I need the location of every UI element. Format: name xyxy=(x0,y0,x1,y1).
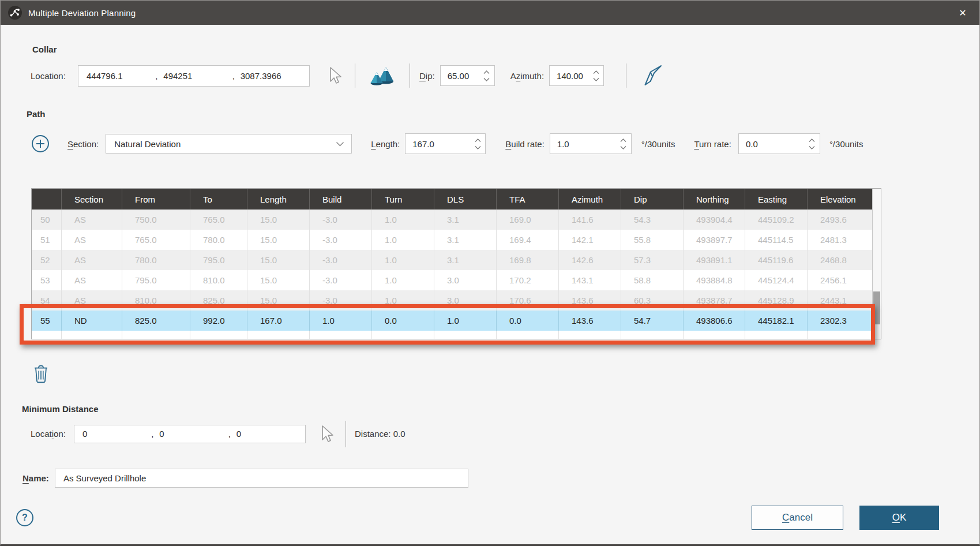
spinner-down-icon[interactable] xyxy=(593,77,599,81)
table-cell[interactable]: 169.4 xyxy=(497,230,559,250)
spinner-down-icon[interactable] xyxy=(809,145,815,149)
table-cell[interactable]: 2302.3 xyxy=(808,311,872,331)
table-cell[interactable]: 780.0 xyxy=(190,230,247,250)
table-cell[interactable]: 0.0 xyxy=(372,311,434,331)
table-cell[interactable]: 57.3 xyxy=(621,250,684,270)
table-cell[interactable]: 765.0 xyxy=(122,230,190,250)
table-cell[interactable]: 58.8 xyxy=(621,270,684,290)
table-cell[interactable]: 3.0 xyxy=(434,270,497,290)
table-cell[interactable]: 795.0 xyxy=(122,270,190,290)
table-cell[interactable] xyxy=(32,331,62,339)
table-cell[interactable]: 493897.7 xyxy=(684,230,745,250)
table-cell[interactable]: 493884.8 xyxy=(684,270,745,290)
table-cell[interactable]: 493891.1 xyxy=(684,250,745,270)
table-cell[interactable]: 445114.5 xyxy=(745,230,808,250)
table-cell[interactable]: 810.0 xyxy=(190,270,247,290)
table-cell[interactable]: 141.6 xyxy=(559,210,621,230)
row-index-cell[interactable]: 55 xyxy=(32,311,62,331)
table-cell[interactable]: -3.0 xyxy=(310,270,372,290)
length-spinner[interactable]: 167.0 xyxy=(405,133,486,154)
table-cell[interactable]: 2493.6 xyxy=(808,210,872,230)
table-cell[interactable]: 750.0 xyxy=(122,210,190,230)
delete-section-button[interactable] xyxy=(32,363,50,384)
table-cell[interactable] xyxy=(247,331,310,339)
table-cell[interactable]: -3.0 xyxy=(310,250,372,270)
table-cell[interactable]: 15.0 xyxy=(247,270,310,290)
table-cell[interactable] xyxy=(190,331,247,339)
table-cell[interactable]: 493878.7 xyxy=(684,290,745,311)
table-cell[interactable]: 493806.6 xyxy=(684,311,745,331)
table-cell[interactable]: 2468.8 xyxy=(808,250,872,270)
add-section-button[interactable] xyxy=(31,134,50,153)
table-cell[interactable]: 445124.4 xyxy=(745,270,808,290)
table-cell[interactable]: 15.0 xyxy=(247,250,310,270)
scrollbar-thumb[interactable] xyxy=(873,291,880,324)
table-cell[interactable]: 143.6 xyxy=(559,311,621,331)
spinner-down-icon[interactable] xyxy=(620,145,626,149)
table-cell[interactable]: -3.0 xyxy=(310,290,372,311)
table-cell[interactable]: AS xyxy=(62,250,122,270)
table-cell[interactable] xyxy=(310,331,372,339)
table-cell[interactable]: 55.8 xyxy=(621,230,684,250)
spinner-up-icon[interactable] xyxy=(483,70,490,74)
table-cell[interactable]: 445182.1 xyxy=(745,311,808,331)
table-cell[interactable]: 54.7 xyxy=(621,311,684,331)
table-row[interactable]: 51AS765.0780.015.0-3.01.03.1169.4142.155… xyxy=(32,230,872,250)
table-cell[interactable]: 780.0 xyxy=(122,250,190,270)
table-cell[interactable]: ND xyxy=(62,311,122,331)
section-dropdown[interactable]: Natural Deviation xyxy=(106,134,352,154)
table-cell[interactable]: 1.0 xyxy=(372,290,434,311)
table-cell[interactable]: 0.0 xyxy=(497,311,559,331)
spinner-up-icon[interactable] xyxy=(809,139,815,143)
table-cell[interactable]: 142.1 xyxy=(559,230,621,250)
cancel-button[interactable]: Cancel xyxy=(752,506,843,530)
table-cell[interactable]: 3.0 xyxy=(434,290,497,311)
azimuth-spinner[interactable]: 140.00 xyxy=(549,65,604,86)
table-cell[interactable]: -3.0 xyxy=(310,230,372,250)
table-cell[interactable]: 170.6 xyxy=(497,290,559,311)
spinner-up-icon[interactable] xyxy=(475,139,481,143)
table-cell[interactable] xyxy=(434,331,497,339)
spinner-down-icon[interactable] xyxy=(483,77,490,81)
table-cell[interactable] xyxy=(684,331,745,339)
spinner-up-icon[interactable] xyxy=(620,139,626,143)
row-index-cell[interactable]: 51 xyxy=(32,230,62,250)
table-cell[interactable]: AS xyxy=(62,290,122,311)
table-cell[interactable]: AS xyxy=(62,210,122,230)
table-cell[interactable] xyxy=(559,331,621,339)
spinner-up-icon[interactable] xyxy=(593,70,599,74)
table-cell[interactable] xyxy=(372,331,434,339)
build-rate-spinner[interactable]: 1.0 xyxy=(550,133,632,154)
close-button[interactable]: ✕ xyxy=(946,1,979,25)
table-cell[interactable]: 143.1 xyxy=(559,270,621,290)
table-cell[interactable]: 167.0 xyxy=(247,311,310,331)
name-input[interactable]: As Surveyed Drillhole xyxy=(55,469,468,488)
table-row[interactable]: 54AS810.0825.015.0-3.01.03.0170.6143.660… xyxy=(32,290,872,311)
table-row[interactable]: 53AS795.0810.015.0-3.01.03.0170.2143.158… xyxy=(32,270,872,290)
min-distance-location-input[interactable]: 0 , 0 , 0 xyxy=(74,425,306,443)
table-cell[interactable] xyxy=(621,331,684,339)
table-cell[interactable]: 1.0 xyxy=(310,311,372,331)
table-cell[interactable]: 143.6 xyxy=(559,290,621,311)
table-cell[interactable]: 445119.6 xyxy=(745,250,808,270)
table-cell[interactable]: 810.0 xyxy=(122,290,190,311)
table-cell[interactable]: 3.1 xyxy=(434,250,497,270)
table-cell[interactable]: 445128.9 xyxy=(745,290,808,311)
table-cell[interactable]: 2481.3 xyxy=(808,230,872,250)
table-cell[interactable]: 825.0 xyxy=(190,290,247,311)
row-index-cell[interactable]: 53 xyxy=(32,270,62,290)
table-cell[interactable]: 3.1 xyxy=(434,210,497,230)
table-cell[interactable]: 1.0 xyxy=(372,210,434,230)
table-cell[interactable]: 445109.2 xyxy=(745,210,808,230)
table-cell[interactable]: 2456.1 xyxy=(808,270,872,290)
ok-button[interactable]: OK xyxy=(859,506,939,530)
table-cell[interactable]: 170.2 xyxy=(497,270,559,290)
row-index-cell[interactable]: 50 xyxy=(32,210,62,230)
table-cell[interactable]: 15.0 xyxy=(247,230,310,250)
table-cell[interactable]: 992.0 xyxy=(190,311,247,331)
table-cell[interactable]: 60.3 xyxy=(621,290,684,311)
vertical-scrollbar[interactable] xyxy=(872,189,881,339)
table-cell[interactable] xyxy=(497,331,559,339)
table-cell[interactable]: 2443.1 xyxy=(808,290,872,311)
table-cell[interactable]: 15.0 xyxy=(247,210,310,230)
